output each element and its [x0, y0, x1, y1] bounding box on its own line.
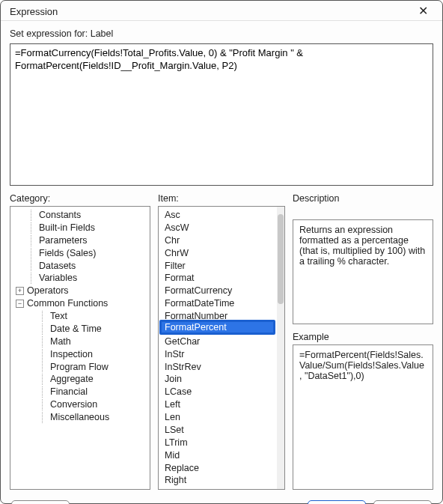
- dialog-content: Set expression for: Label Category: Cons…: [1, 21, 442, 493]
- category-tree-item[interactable]: Variables: [13, 272, 150, 285]
- item-list-item[interactable]: LTrim: [163, 437, 284, 449]
- category-tree-item[interactable]: Inspection: [13, 348, 150, 361]
- item-list-item[interactable]: Len: [163, 411, 284, 424]
- category-tree-item[interactable]: Conversion: [13, 398, 150, 411]
- item-list-item[interactable]: InStrRev: [163, 361, 284, 374]
- category-tree-item-label: Datasets: [39, 260, 76, 273]
- category-tree-item-label: Parameters: [39, 234, 88, 247]
- item-list-item[interactable]: Chr: [163, 234, 284, 247]
- category-tree-item-label: Built-in Fields: [39, 222, 95, 234]
- category-tree-item[interactable]: Parameters: [13, 234, 150, 247]
- item-list-selection[interactable]: FormatPercent: [159, 320, 275, 335]
- item-list-item[interactable]: GetChar: [163, 336, 284, 348]
- category-tree-item-label: Text: [50, 310, 67, 323]
- category-tree-item[interactable]: Math: [13, 336, 150, 348]
- category-tree-item-label: Date & Time: [50, 323, 102, 336]
- ok-button[interactable]: OK: [308, 500, 366, 504]
- category-tree-item[interactable]: Aggregate: [13, 373, 150, 386]
- item-list-item[interactable]: Left: [163, 398, 284, 411]
- category-tree-item[interactable]: +Operators: [13, 285, 150, 297]
- item-list-item[interactable]: FormatCurrency: [163, 285, 284, 297]
- item-list-item[interactable]: ChrW: [163, 247, 284, 260]
- category-tree-item-label: Constants: [39, 209, 81, 222]
- expand-icon[interactable]: +: [16, 287, 24, 295]
- category-tree-item-label: Aggregate: [50, 373, 94, 386]
- expression-dialog: Expression ✕ Set expression for: Label C…: [0, 0, 443, 504]
- dialog-footer: Help OK Cancel: [1, 493, 442, 504]
- category-tree-item-label: Program Flow: [50, 361, 109, 374]
- window-title: Expression: [10, 6, 58, 17]
- scrollbar-vertical[interactable]: [277, 207, 284, 489]
- item-list-item[interactable]: FormatDateTime: [163, 297, 284, 310]
- category-tree-item[interactable]: Text: [13, 310, 150, 323]
- category-tree-item[interactable]: Date & Time: [13, 323, 150, 336]
- item-list-item[interactable]: Filter: [163, 260, 284, 273]
- item-list-item[interactable]: Right: [163, 474, 284, 487]
- category-tree-item[interactable]: −Common Functions: [13, 297, 150, 310]
- category-tree-item[interactable]: Constants: [13, 209, 150, 222]
- category-tree-item[interactable]: Built-in Fields: [13, 222, 150, 234]
- description-box: Returns an expression formatted as a per…: [293, 219, 433, 324]
- category-tree-item-label: Common Functions: [27, 297, 108, 310]
- panels-row: Category: ConstantsBuilt-in FieldsParame…: [10, 193, 433, 490]
- cancel-button[interactable]: Cancel: [373, 500, 432, 504]
- info-panel: Description Returns an expression format…: [293, 193, 433, 490]
- item-list-item[interactable]: LCase: [163, 386, 284, 398]
- example-label: Example: [293, 332, 433, 342]
- category-tree-item-label: Fields (Sales): [39, 247, 96, 260]
- titlebar: Expression ✕: [1, 1, 442, 21]
- close-icon[interactable]: ✕: [412, 5, 433, 17]
- example-box: =FormatPercent(Fields!Sales.Value/Sum(Fi…: [293, 344, 433, 490]
- category-tree-item[interactable]: Datasets: [13, 260, 150, 273]
- category-tree-item-label: Miscellaneous: [50, 411, 109, 424]
- collapse-icon[interactable]: −: [16, 300, 24, 308]
- item-list-item[interactable]: InStr: [163, 348, 284, 361]
- item-list-item[interactable]: Replace: [163, 462, 284, 475]
- scrollbar-thumb[interactable]: [278, 214, 284, 304]
- category-tree-item-label: Variables: [39, 272, 77, 285]
- category-tree-item-label: Math: [50, 336, 71, 348]
- help-button[interactable]: Help: [11, 500, 70, 504]
- item-list-item[interactable]: AscW: [163, 222, 284, 234]
- category-tree-item[interactable]: Miscellaneous: [13, 411, 150, 424]
- description-label: Description: [293, 193, 433, 204]
- category-tree[interactable]: ConstantsBuilt-in FieldsParametersFields…: [10, 206, 150, 490]
- category-tree-item-label: Inspection: [50, 348, 93, 361]
- category-tree-item-label: Conversion: [50, 398, 97, 411]
- item-list-item[interactable]: LSet: [163, 424, 284, 437]
- item-panel: Item: AscAscWChrChrWFilterFormatFormatCu…: [158, 193, 285, 490]
- category-tree-item-label: Operators: [27, 285, 69, 297]
- category-tree-item[interactable]: Program Flow: [13, 361, 150, 374]
- item-list-item[interactable]: Mid: [163, 449, 284, 462]
- item-listbox[interactable]: AscAscWChrChrWFilterFormatFormatCurrency…: [158, 206, 285, 490]
- category-tree-item[interactable]: Fields (Sales): [13, 247, 150, 260]
- item-label: Item:: [158, 193, 285, 204]
- item-list-item[interactable]: Asc: [163, 209, 284, 222]
- category-panel: Category: ConstantsBuilt-in FieldsParame…: [10, 193, 150, 490]
- item-list-item[interactable]: Format: [163, 272, 284, 285]
- category-label: Category:: [10, 193, 150, 204]
- expression-textarea[interactable]: [10, 43, 433, 186]
- set-expression-label: Set expression for: Label: [10, 28, 433, 39]
- category-tree-item-label: Financial: [50, 386, 88, 398]
- category-tree-item[interactable]: Financial: [13, 386, 150, 398]
- item-list-item[interactable]: Join: [163, 373, 284, 386]
